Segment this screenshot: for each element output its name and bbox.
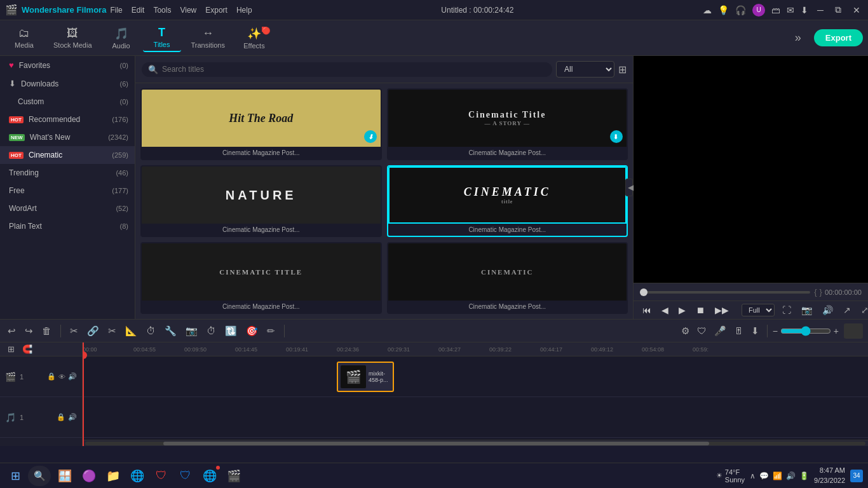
zoom-slider[interactable] (780, 326, 831, 336)
edit-button[interactable]: ✏ (264, 324, 278, 338)
split-button[interactable]: ✂ (105, 324, 119, 338)
start-button[interactable]: ⊞ (5, 466, 25, 486)
tool-transitions[interactable]: ↔ Transitions (184, 24, 233, 51)
play-button[interactable]: ▶ (676, 304, 688, 316)
tool-audio[interactable]: 🎵 Audio (102, 24, 140, 52)
volume-icon[interactable]: 🔊 (820, 304, 836, 316)
title-card-4[interactable]: CINEMATIC title Cinematic Magazine Post.… (387, 165, 628, 237)
share-icon[interactable]: ↗ (841, 304, 853, 316)
download-icon[interactable]: ⬇ (801, 5, 808, 15)
zoom-in-button[interactable]: + (834, 326, 839, 336)
cloud-icon[interactable]: ☁ (703, 5, 712, 15)
sidebar-item-favorites[interactable]: ♥ Favorites (0) (0, 56, 135, 74)
cut-button[interactable]: ✂ (67, 324, 81, 338)
menu-edit[interactable]: Edit (132, 6, 145, 15)
grid-view-icon[interactable]: ⊞ (618, 64, 627, 76)
taskbar-edge-icon[interactable]: 🌐 (126, 464, 149, 487)
mic-button[interactable]: 🎤 (712, 324, 729, 338)
tool-stock-media[interactable]: 🖼 Stock Media (46, 24, 100, 51)
video-lock-button[interactable]: 🔒 (47, 372, 56, 381)
scrollbar-thumb[interactable] (163, 442, 710, 445)
tool-media[interactable]: 🗂 Media (5, 24, 43, 51)
tray-wifi-icon[interactable]: 📶 (773, 471, 782, 480)
resolution-select[interactable]: Full 1/2 1/4 (742, 304, 775, 316)
mail-icon[interactable]: ✉ (787, 5, 794, 15)
sidebar-item-free[interactable]: Free (177) (0, 182, 135, 200)
add-track-button[interactable]: ⊞ (5, 343, 17, 355)
tool-effects[interactable]: ✨ Effects 🔴 (235, 24, 273, 52)
step-back-button[interactable]: ◀ (659, 304, 671, 316)
title-card-5[interactable]: CINEMATIC TITLE Cinematic Magazine Post.… (140, 242, 382, 314)
more-tools-button[interactable]: » (790, 31, 806, 44)
tool-titles[interactable]: T Titles (143, 24, 181, 52)
menu-view[interactable]: View (180, 6, 196, 15)
undo-button[interactable]: ↩ (5, 324, 18, 338)
settings2-button[interactable]: ⚙ (679, 324, 692, 338)
audio-settings-button[interactable]: 🎚 (731, 324, 746, 337)
crop-button[interactable]: 📐 (123, 324, 140, 338)
menu-help[interactable]: Help (236, 6, 252, 15)
snap-button[interactable]: 🧲 (20, 343, 35, 355)
delete-button[interactable]: 🗑 (39, 324, 54, 337)
minimize-button[interactable]: ─ (815, 5, 826, 15)
search-input[interactable] (162, 65, 546, 74)
timer-button[interactable]: ⏱ (204, 324, 219, 337)
timeline-scrollbar[interactable] (83, 440, 868, 446)
title-card-2[interactable]: Cinematic Title — A STORY — ⬇ Cinematic … (387, 88, 628, 160)
step-forward-button[interactable]: ▶▶ (712, 304, 731, 316)
expand-icon[interactable]: ⤢ (858, 304, 868, 316)
speed-button[interactable]: ⏱ (144, 324, 158, 337)
collapse-panel-button[interactable]: ◀ (625, 179, 633, 196)
fullscreen-icon[interactable]: ⛶ (780, 304, 794, 316)
notification-center[interactable]: 34 (850, 470, 863, 482)
headphone-icon[interactable]: 🎧 (735, 5, 746, 15)
menu-file[interactable]: File (110, 6, 122, 15)
close-button[interactable]: ✕ (850, 5, 863, 15)
title-card-3[interactable]: NATURE Cinematic Magazine Post... (140, 165, 382, 237)
filter-select[interactable]: All Basic Cinematic Bubble (556, 61, 614, 78)
download-overlay-2[interactable]: ⬇ (610, 130, 623, 143)
tray-up-arrow[interactable]: ∧ (750, 471, 756, 480)
sidebar-item-downloads[interactable]: ⬇ Downloads (6) (0, 74, 135, 93)
tray-notification-icon[interactable]: 💬 (759, 471, 769, 480)
redo-button[interactable]: ↪ (22, 324, 36, 338)
sidebar-item-wordart[interactable]: WordArt (52) (0, 200, 135, 217)
title-card-1[interactable]: Hit The Road ⬇ Cinematic Magazine Post..… (140, 88, 382, 160)
restore-button[interactable]: ⧉ (832, 4, 844, 15)
user-avatar[interactable]: U (752, 4, 765, 17)
title-card-6[interactable]: CINEMATIC Cinematic Magazine Post... (387, 242, 628, 314)
import-button[interactable]: ⬇ (749, 324, 762, 338)
track-toggle[interactable] (844, 323, 863, 339)
rotate-button[interactable]: 🔃 (222, 324, 240, 338)
settings-button[interactable]: 🔧 (162, 324, 179, 338)
taskbar-files-icon[interactable]: 🪟 (53, 464, 76, 487)
taskbar-chat-icon[interactable]: 🟣 (78, 464, 100, 487)
sidebar-item-recommended[interactable]: HOT Recommended (176) (0, 111, 135, 128)
export-button[interactable]: Export (814, 29, 863, 46)
taskbar-store-icon[interactable]: 🛡 (174, 464, 197, 487)
taskbar-filmora-icon[interactable]: 🎬 (222, 464, 245, 487)
taskbar-explorer-icon[interactable]: 📁 (102, 464, 125, 487)
menu-export[interactable]: Export (205, 6, 227, 15)
video-volume-button[interactable]: 🔊 (68, 372, 77, 381)
snapshot-icon[interactable]: 📷 (799, 304, 815, 316)
protect-button[interactable]: 🛡 (695, 324, 709, 337)
taskbar-search-button[interactable]: 🔍 (28, 466, 51, 486)
audio-lock-button[interactable]: 🔒 (57, 413, 65, 421)
zoom-out-button[interactable]: − (773, 326, 778, 336)
snapshot-button[interactable]: 📷 (183, 324, 200, 338)
audio-volume-button[interactable]: 🔊 (68, 413, 77, 421)
progress-thumb[interactable] (640, 288, 648, 296)
video-visibility-button[interactable]: 👁 (58, 372, 65, 381)
tray-volume-icon[interactable]: 🔊 (786, 471, 796, 480)
sidebar-item-cinematic[interactable]: HOT Cinematic (259) (0, 146, 135, 164)
download-overlay-1[interactable]: ⬇ (364, 130, 377, 143)
target-button[interactable]: 🎯 (243, 324, 261, 338)
stop-button[interactable]: ⏹ (693, 304, 707, 316)
progress-bar[interactable] (640, 291, 810, 294)
menu-tools[interactable]: Tools (153, 6, 171, 15)
sidebar-item-custom[interactable]: Custom (0) (0, 93, 135, 111)
sidebar-item-plaintext[interactable]: Plain Text (8) (0, 217, 135, 235)
link-button[interactable]: 🔗 (85, 324, 102, 338)
taskbar-antivirus1-icon[interactable]: 🛡 (150, 464, 173, 487)
